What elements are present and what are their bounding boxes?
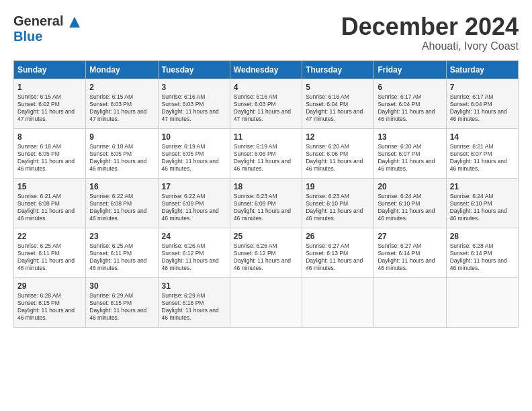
calendar-cell (230, 277, 302, 327)
day-number: 13 (378, 132, 442, 142)
day-number: 7 (450, 82, 515, 93)
calendar-cell: 24Sunrise: 6:26 AMSunset: 6:12 PMDayligh… (158, 228, 230, 277)
calendar-cell: 17Sunrise: 6:22 AMSunset: 6:09 PMDayligh… (158, 178, 230, 228)
day-number: 3 (162, 82, 226, 93)
calendar-cell: 30Sunrise: 6:29 AMSunset: 6:15 PMDayligh… (86, 277, 158, 327)
day-number: 16 (89, 181, 154, 192)
calendar-cell: 6Sunrise: 6:17 AMSunset: 6:04 PMDaylight… (374, 79, 446, 128)
day-number: 5 (306, 82, 370, 93)
day-number: 4 (234, 82, 298, 93)
calendar-cell: 14Sunrise: 6:21 AMSunset: 6:07 PMDayligh… (446, 128, 518, 178)
day-info: Sunrise: 6:25 AMSunset: 6:11 PMDaylight:… (89, 242, 154, 272)
day-number: 25 (234, 231, 298, 242)
calendar-cell: 25Sunrise: 6:26 AMSunset: 6:12 PMDayligh… (230, 228, 302, 277)
col-header-wednesday: Wednesday (230, 60, 302, 79)
calendar-cell: 10Sunrise: 6:19 AMSunset: 6:05 PMDayligh… (158, 128, 230, 178)
calendar-cell: 27Sunrise: 6:27 AMSunset: 6:14 PMDayligh… (374, 228, 446, 277)
day-info: Sunrise: 6:26 AMSunset: 6:12 PMDaylight:… (162, 242, 226, 272)
calendar-cell: 9Sunrise: 6:18 AMSunset: 6:05 PMDaylight… (86, 128, 158, 178)
day-info: Sunrise: 6:18 AMSunset: 6:05 PMDaylight:… (17, 143, 82, 173)
calendar-cell: 16Sunrise: 6:22 AMSunset: 6:08 PMDayligh… (86, 178, 158, 228)
day-number: 18 (234, 181, 298, 192)
calendar-cell: 3Sunrise: 6:16 AMSunset: 6:03 PMDaylight… (158, 79, 230, 128)
day-number: 24 (162, 231, 226, 242)
calendar-cell: 31Sunrise: 6:29 AMSunset: 6:16 PMDayligh… (158, 277, 230, 327)
calendar-cell (374, 277, 446, 327)
day-number: 30 (89, 281, 154, 291)
calendar-cell (302, 277, 374, 327)
calendar-cell: 28Sunrise: 6:28 AMSunset: 6:14 PMDayligh… (446, 228, 518, 277)
day-info: Sunrise: 6:21 AMSunset: 6:08 PMDaylight:… (17, 193, 82, 222)
day-info: Sunrise: 6:19 AMSunset: 6:05 PMDaylight:… (162, 143, 226, 173)
calendar-cell (446, 277, 518, 327)
col-header-thursday: Thursday (302, 60, 374, 79)
calendar-cell: 11Sunrise: 6:19 AMSunset: 6:06 PMDayligh… (230, 128, 302, 178)
day-number: 23 (89, 231, 154, 242)
location-title: Ahouati, Ivory Coast (341, 40, 519, 52)
calendar-table: SundayMondayTuesdayWednesdayThursdayFrid… (13, 60, 519, 328)
day-info: Sunrise: 6:29 AMSunset: 6:16 PMDaylight:… (162, 292, 226, 322)
day-info: Sunrise: 6:25 AMSunset: 6:11 PMDaylight:… (17, 242, 82, 272)
calendar-cell: 18Sunrise: 6:23 AMSunset: 6:09 PMDayligh… (230, 178, 302, 228)
day-info: Sunrise: 6:29 AMSunset: 6:15 PMDaylight:… (89, 292, 154, 322)
calendar-week-3: 15Sunrise: 6:21 AMSunset: 6:08 PMDayligh… (14, 178, 519, 228)
day-number: 22 (17, 231, 82, 242)
day-number: 28 (450, 231, 515, 242)
day-info: Sunrise: 6:26 AMSunset: 6:12 PMDaylight:… (234, 242, 298, 272)
day-number: 11 (234, 132, 298, 142)
day-number: 8 (17, 132, 82, 142)
calendar-cell: 26Sunrise: 6:27 AMSunset: 6:13 PMDayligh… (302, 228, 374, 277)
calendar-cell: 23Sunrise: 6:25 AMSunset: 6:11 PMDayligh… (86, 228, 158, 277)
logo-blue: Blue (13, 29, 81, 44)
calendar-cell: 20Sunrise: 6:24 AMSunset: 6:10 PMDayligh… (374, 178, 446, 228)
day-info: Sunrise: 6:20 AMSunset: 6:06 PMDaylight:… (306, 143, 370, 173)
day-info: Sunrise: 6:17 AMSunset: 6:04 PMDaylight:… (450, 93, 515, 123)
svg-marker-0 (69, 17, 80, 28)
calendar-week-4: 22Sunrise: 6:25 AMSunset: 6:11 PMDayligh… (14, 228, 519, 277)
calendar-cell: 12Sunrise: 6:20 AMSunset: 6:06 PMDayligh… (302, 128, 374, 178)
day-number: 15 (17, 181, 82, 192)
calendar-cell: 22Sunrise: 6:25 AMSunset: 6:11 PMDayligh… (14, 228, 86, 277)
col-header-friday: Friday (374, 60, 446, 79)
col-header-sunday: Sunday (14, 60, 86, 79)
day-number: 20 (378, 181, 442, 192)
day-info: Sunrise: 6:17 AMSunset: 6:04 PMDaylight:… (378, 93, 442, 123)
calendar-cell: 21Sunrise: 6:24 AMSunset: 6:10 PMDayligh… (446, 178, 518, 228)
day-info: Sunrise: 6:19 AMSunset: 6:06 PMDaylight:… (234, 143, 298, 173)
day-info: Sunrise: 6:24 AMSunset: 6:10 PMDaylight:… (450, 193, 515, 222)
calendar-week-1: 1Sunrise: 6:15 AMSunset: 6:02 PMDaylight… (14, 79, 519, 128)
calendar-cell: 15Sunrise: 6:21 AMSunset: 6:08 PMDayligh… (14, 178, 86, 228)
calendar-week-2: 8Sunrise: 6:18 AMSunset: 6:05 PMDaylight… (14, 128, 519, 178)
month-title: December 2024 (341, 13, 519, 40)
page-header: General Blue December 2024 Ahouati, Ivor… (13, 13, 519, 52)
day-number: 26 (306, 231, 370, 242)
calendar-cell: 8Sunrise: 6:18 AMSunset: 6:05 PMDaylight… (14, 128, 86, 178)
col-header-tuesday: Tuesday (158, 60, 230, 79)
calendar-cell: 1Sunrise: 6:15 AMSunset: 6:02 PMDaylight… (14, 79, 86, 128)
col-header-monday: Monday (86, 60, 158, 79)
logo-icon (68, 15, 81, 29)
day-info: Sunrise: 6:22 AMSunset: 6:09 PMDaylight:… (162, 193, 226, 222)
calendar-cell: 7Sunrise: 6:17 AMSunset: 6:04 PMDaylight… (446, 79, 518, 128)
logo: General Blue (13, 13, 81, 44)
day-info: Sunrise: 6:15 AMSunset: 6:02 PMDaylight:… (17, 93, 82, 123)
day-info: Sunrise: 6:16 AMSunset: 6:03 PMDaylight:… (234, 93, 298, 123)
day-info: Sunrise: 6:23 AMSunset: 6:09 PMDaylight:… (234, 193, 298, 222)
day-info: Sunrise: 6:23 AMSunset: 6:10 PMDaylight:… (306, 193, 370, 222)
day-number: 27 (378, 231, 442, 242)
day-number: 31 (162, 281, 226, 291)
title-block: December 2024 Ahouati, Ivory Coast (341, 13, 519, 52)
day-info: Sunrise: 6:28 AMSunset: 6:14 PMDaylight:… (450, 242, 515, 272)
calendar-cell: 19Sunrise: 6:23 AMSunset: 6:10 PMDayligh… (302, 178, 374, 228)
day-number: 14 (450, 132, 515, 142)
calendar-header-row: SundayMondayTuesdayWednesdayThursdayFrid… (14, 60, 519, 79)
day-number: 21 (450, 181, 515, 192)
day-number: 12 (306, 132, 370, 142)
day-number: 2 (89, 82, 154, 93)
col-header-saturday: Saturday (446, 60, 518, 79)
day-number: 10 (162, 132, 226, 142)
day-info: Sunrise: 6:18 AMSunset: 6:05 PMDaylight:… (89, 143, 154, 173)
calendar-week-5: 29Sunrise: 6:28 AMSunset: 6:15 PMDayligh… (14, 277, 519, 327)
day-info: Sunrise: 6:24 AMSunset: 6:10 PMDaylight:… (378, 193, 442, 222)
day-info: Sunrise: 6:21 AMSunset: 6:07 PMDaylight:… (450, 143, 515, 173)
